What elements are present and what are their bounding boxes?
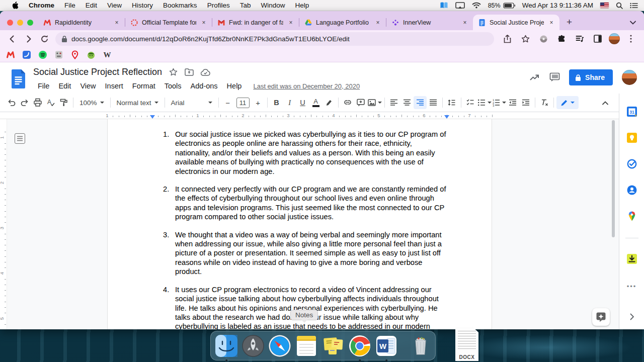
decrease-indent-button[interactable] <box>506 96 519 109</box>
zoom-window-button[interactable] <box>27 20 33 26</box>
reading-list-icon[interactable] <box>573 32 587 46</box>
tab-close-icon[interactable]: × <box>113 19 121 26</box>
align-left-button[interactable] <box>387 96 400 109</box>
tab-close-icon[interactable]: × <box>461 19 469 26</box>
download-extension-icon[interactable] <box>626 253 637 264</box>
clear-formatting-button[interactable] <box>538 96 551 109</box>
redo-button[interactable] <box>18 96 31 109</box>
undo-button[interactable] <box>5 96 18 109</box>
docs-menu-view[interactable]: View <box>75 81 100 91</box>
bookmark-webtoon-icon[interactable]: W <box>103 50 112 59</box>
forward-button[interactable] <box>21 32 35 46</box>
align-center-button[interactable] <box>400 96 414 109</box>
docs-menu-insert[interactable]: Insert <box>101 81 128 91</box>
insert-link-button[interactable] <box>341 96 354 109</box>
side-panel-icon[interactable] <box>591 32 605 46</box>
hide-menus-button[interactable] <box>599 96 612 109</box>
line-spacing-button[interactable] <box>445 96 458 109</box>
styles-select[interactable]: Normal text <box>113 96 162 109</box>
menubar-item-file[interactable]: File <box>59 2 80 9</box>
close-window-button[interactable] <box>7 20 13 26</box>
input-language-flag-icon[interactable] <box>600 3 609 8</box>
dock-safari-icon[interactable] <box>268 334 291 357</box>
document-outline-button[interactable] <box>15 133 25 144</box>
back-button[interactable] <box>5 32 19 46</box>
italic-button[interactable]: I <box>283 96 296 109</box>
bold-button[interactable]: B <box>270 96 283 109</box>
bookmark-blue-app-icon[interactable] <box>22 50 31 59</box>
dock-launchpad-icon[interactable] <box>242 334 265 357</box>
document-page[interactable]: 1.Our social justice issue we picked was… <box>107 119 492 329</box>
tab-gmail[interactable]: Fwd: in danger of failin× <box>212 15 299 30</box>
menubar-item-window[interactable]: Window <box>256 2 290 9</box>
dock-chrome-icon[interactable] <box>348 334 371 357</box>
tab-close-icon[interactable]: × <box>547 19 555 26</box>
increase-font-size-button[interactable]: + <box>252 96 265 109</box>
checklist-button[interactable] <box>464 96 477 109</box>
font-select[interactable]: Arial <box>168 96 216 109</box>
tab-close-icon[interactable]: × <box>287 19 295 26</box>
docs-menu-edit[interactable]: Edit <box>54 81 75 91</box>
docs-menu-format[interactable]: Format <box>128 81 160 91</box>
document-title[interactable]: Social Justice Project Reflection <box>33 67 162 77</box>
list-item-4[interactable]: 4.It uses our CP program electronics to … <box>153 285 446 329</box>
comments-icon[interactable] <box>549 72 560 82</box>
docs-menu-file[interactable]: File <box>33 81 54 91</box>
extension-pokeball-icon[interactable] <box>536 32 550 46</box>
screen-mirroring-icon[interactable] <box>455 2 465 9</box>
left-indent-marker[interactable] <box>150 115 155 119</box>
docs-menu-tools[interactable]: Tools <box>160 81 186 91</box>
bookmark-star-icon[interactable] <box>518 32 532 46</box>
wifi-icon[interactable] <box>472 2 481 9</box>
text-color-button[interactable]: A <box>309 96 323 109</box>
tab-innerview[interactable]: InnerView× <box>386 15 473 30</box>
google-docs-logo[interactable] <box>12 69 26 90</box>
spotlight-search-icon[interactable] <box>616 2 623 9</box>
print-button[interactable] <box>31 96 44 109</box>
apple-menu-icon[interactable] <box>7 2 24 9</box>
menubar-item-history[interactable]: History <box>127 2 158 9</box>
insert-image-button[interactable] <box>367 96 382 109</box>
bookmark-spotify-icon[interactable] <box>38 50 47 59</box>
list-item-1[interactable]: 1.Our social justice issue we picked was… <box>153 130 446 176</box>
list-item-2[interactable]: 2.It connected very perfectly with our C… <box>153 185 446 222</box>
document-stats-icon[interactable] <box>529 72 540 82</box>
reload-button[interactable] <box>37 32 51 46</box>
increase-indent-button[interactable] <box>519 96 532 109</box>
google-maps-icon[interactable] <box>626 211 637 222</box>
minimize-window-button[interactable] <box>17 20 23 26</box>
list-item-3[interactable]: 3.We thought that a video was a way of b… <box>153 230 446 277</box>
menubar-item-tab[interactable]: Tab <box>235 2 256 9</box>
google-calendar-icon[interactable]: 31 <box>626 106 637 117</box>
dock-trash-icon[interactable] <box>409 334 432 357</box>
paint-format-button[interactable] <box>57 96 70 109</box>
decrease-font-size-button[interactable]: − <box>221 96 234 109</box>
extensions-puzzle-icon[interactable] <box>554 32 569 46</box>
share-page-icon[interactable] <box>500 32 514 46</box>
browser-profile-avatar[interactable] <box>609 33 620 44</box>
right-indent-marker[interactable] <box>444 115 449 119</box>
star-document-icon[interactable] <box>169 68 178 76</box>
google-tasks-icon[interactable] <box>626 158 637 169</box>
dock-finder-icon[interactable] <box>215 334 238 357</box>
tab-docs[interactable]: Social Justice Project R× <box>473 15 559 30</box>
underline-button[interactable]: U <box>296 96 309 109</box>
spelling-check-button[interactable]: A <box>44 96 57 109</box>
horizontal-ruler[interactable]: 11234567 <box>0 112 619 119</box>
docs-menu-addons[interactable]: Add-ons <box>186 81 222 91</box>
bookmark-pin-icon[interactable] <box>70 50 79 59</box>
tab-close-icon[interactable]: × <box>200 19 208 26</box>
menubar-item-bookmarks[interactable]: Bookmarks <box>158 2 202 9</box>
menubar-item-edit[interactable]: Edit <box>80 2 102 9</box>
control-center-icon[interactable] <box>630 3 638 9</box>
numbered-list-button[interactable]: 123 <box>492 96 506 109</box>
google-contacts-icon[interactable] <box>626 185 637 196</box>
menubar-item-chrome[interactable]: Chrome <box>24 2 59 9</box>
cloud-saved-icon[interactable] <box>201 69 210 76</box>
tab-template[interactable]: Official Template for La× <box>125 15 212 30</box>
explore-button[interactable] <box>592 308 610 326</box>
dock-stickies-icon[interactable] <box>321 334 345 357</box>
tab-rapididentity[interactable]: RapidIdentity× <box>38 15 125 30</box>
bookmark-green-character-icon[interactable] <box>87 50 96 59</box>
menubar-item-profiles[interactable]: Profiles <box>202 2 235 9</box>
